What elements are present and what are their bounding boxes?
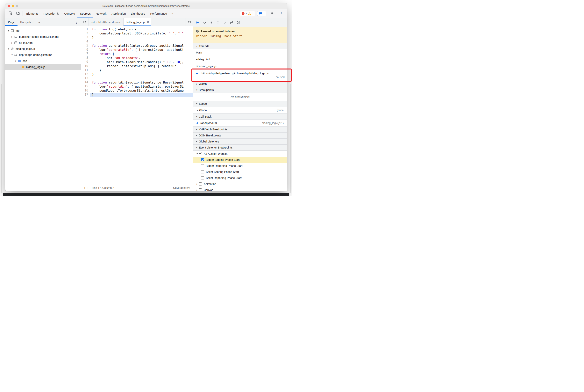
tab-label: Network [96, 12, 106, 15]
threads-section-header[interactable]: ▾ Threads [193, 43, 287, 49]
step-into-button[interactable] [209, 21, 213, 24]
editor-tab[interactable]: index.html?fencedframe [88, 18, 123, 26]
sidebar-more-tabs-button[interactable]: » [37, 20, 41, 24]
event-breakpoint[interactable]: Bidder Bidding Phase Start [193, 157, 287, 163]
global-listeners-section-header[interactable]: ▸Global Listeners [193, 138, 287, 144]
event-breakpoint[interactable]: Seller Reporting Phase Start [193, 175, 287, 181]
sidebar-tab-filesystem[interactable]: Filesystem [17, 18, 37, 26]
chevron-down-icon[interactable]: ▾ [7, 48, 10, 50]
settings-gear-button[interactable] [268, 11, 276, 16]
event-category[interactable]: ▸Canvas [193, 187, 287, 191]
tree-item[interactable]: ▾top [5, 28, 81, 34]
code-line: bid: Math.floor(Math.random() * 100, 10)… [92, 60, 193, 64]
section-title: DOM Breakpoints [199, 134, 221, 137]
checkbox[interactable] [199, 182, 202, 186]
inspect-element-button[interactable] [7, 9, 14, 18]
scope-item[interactable]: ▸Globalglobal [193, 107, 287, 114]
tree-item[interactable]: bidding_logic.js [5, 64, 81, 70]
event-category[interactable]: ▾Ad Auction Worklet [193, 151, 287, 157]
editor-tab-nav-right-button[interactable] [186, 18, 193, 26]
chevron-right-icon[interactable]: ▸ [10, 36, 14, 38]
chevron-down-icon[interactable]: ▾ [195, 152, 199, 155]
thread-item[interactable]: ad-tag.html [193, 56, 287, 63]
checkbox[interactable] [201, 164, 204, 168]
chevron-down-icon[interactable]: ▾ [14, 60, 17, 62]
event-breakpoint[interactable]: Bidder Reporting Phase Start [193, 163, 287, 169]
sidebar-menu-button[interactable]: ⋮ [72, 20, 81, 24]
breakpoints-section-header[interactable]: ▾ Breakpoints [193, 87, 287, 93]
tab-performance[interactable]: Performance [148, 9, 169, 18]
event-category-label: Animation [204, 182, 216, 186]
chevron-down-icon[interactable]: ▾ [10, 54, 14, 56]
pause-on-exceptions-button[interactable] [237, 21, 240, 24]
checkbox[interactable] [199, 152, 202, 155]
close-tab-icon[interactable]: × [147, 20, 149, 24]
paused-title: Paused on event listener [201, 30, 235, 33]
editor-tab-strip: index.html?fencedframebidding_logic.js× [81, 18, 193, 26]
thread-item-paused[interactable]: https://dsp-fledge-demo.glitch.me/dsp/bi… [193, 70, 287, 81]
call-stack-frame[interactable]: (anonymous)bidding_logic.js:17 [193, 120, 287, 126]
thread-item[interactable]: Main [193, 49, 287, 56]
tree-item[interactable]: ▾dsp [5, 58, 81, 64]
resume-button[interactable] [196, 21, 199, 24]
step-button[interactable] [223, 21, 226, 24]
tab-network[interactable]: Network [93, 9, 109, 18]
call-stack-section-header[interactable]: ▾ Call Stack [193, 114, 287, 120]
close-window-button[interactable] [8, 5, 10, 7]
tab-sources[interactable]: Sources [77, 9, 93, 18]
tab-lighthouse[interactable]: Lighthouse [128, 9, 148, 18]
checkbox[interactable] [201, 158, 204, 161]
navigator-panel: PageFilesystem » ⋮ ▾top▸publisher-fledge… [5, 18, 81, 191]
chevron-right-icon[interactable]: ▸ [10, 42, 14, 44]
errors-warnings-badge[interactable]: 1 1 [240, 11, 255, 16]
chevron-right-icon[interactable]: ▸ [196, 109, 199, 112]
chevron-down-icon[interactable]: ▾ [7, 30, 10, 32]
issues-badge[interactable]: 1 [257, 11, 266, 16]
tree-item[interactable]: ▸publisher-fledge-demo.glitch.me [5, 34, 81, 40]
zoom-window-button[interactable] [15, 5, 18, 7]
event-breakpoint[interactable]: Seller Scoring Phase Start [193, 169, 287, 175]
checkbox[interactable] [199, 188, 202, 191]
sidebar-tab-page[interactable]: Page [5, 18, 17, 26]
editor-tab[interactable]: bidding_logic.js× [123, 18, 151, 26]
thread-item[interactable]: decision_logic.js [193, 63, 287, 70]
line-number: 6 [81, 48, 88, 52]
toolbar-right-cluster: 1 1 1 ⋮ [240, 9, 287, 18]
step-over-button[interactable] [203, 21, 206, 24]
thread-url: https://dsp-fledge-demo.glitch.me/dsp/bi… [202, 72, 269, 75]
minimize-window-button[interactable] [12, 5, 14, 7]
tab-elements[interactable]: Elements [24, 9, 41, 18]
dom-breakpoints-section-header[interactable]: ▸DOM Breakpoints [193, 132, 287, 138]
code-editor[interactable]: 1234567891011121314151617 function log(l… [81, 26, 193, 184]
watch-section-header[interactable]: ▸ Watch [193, 81, 287, 87]
tree-item[interactable]: ▾bidding_logic.js [5, 46, 81, 52]
chevron-right-icon[interactable]: ▸ [195, 182, 199, 185]
event-category[interactable]: ▸Animation [193, 181, 287, 187]
line-number: 9 [81, 60, 88, 64]
tab-console[interactable]: Console [62, 9, 77, 18]
main-menu-button[interactable]: ⋮ [278, 12, 285, 16]
folder-icon [17, 59, 21, 62]
thread-label: decision_logic.js [196, 64, 216, 68]
titlebar[interactable]: DevTools - publisher-fledge-demo.glitch.… [5, 3, 287, 9]
scope-section-header[interactable]: ▾ Scope [193, 101, 287, 107]
tree-item[interactable]: ▸ad-tag.html [5, 40, 81, 46]
tab-application[interactable]: Application [109, 9, 128, 18]
xhr-fetch-breakpoints-section-header[interactable]: ▸XHR/fetch Breakpoints [193, 126, 287, 132]
more-panels-button[interactable]: » [169, 12, 175, 16]
gutter: 1234567891011121314151617 [81, 27, 90, 184]
tree-item[interactable]: ▾dsp-fledge-demo.glitch.me [5, 52, 81, 58]
checkbox[interactable] [201, 176, 204, 180]
tab-label: Sources [80, 12, 91, 15]
event-listener-breakpoints-section-header[interactable]: ▾ Event Listener Breakpoints [193, 144, 287, 151]
editor-tab-nav-left-button[interactable] [81, 18, 88, 26]
checkbox[interactable] [201, 170, 204, 174]
chevron-right-icon: ▸ [195, 134, 198, 137]
deactivate-breakpoints-button[interactable] [230, 21, 233, 24]
format-code-button[interactable]: { } [84, 186, 89, 190]
chevron-right-icon[interactable]: ▸ [195, 188, 199, 191]
tab-label: Lighthouse [131, 12, 145, 15]
tab-recorder[interactable]: Recorder [41, 9, 62, 18]
device-toolbar-button[interactable] [14, 9, 21, 18]
step-out-button[interactable] [216, 21, 220, 24]
